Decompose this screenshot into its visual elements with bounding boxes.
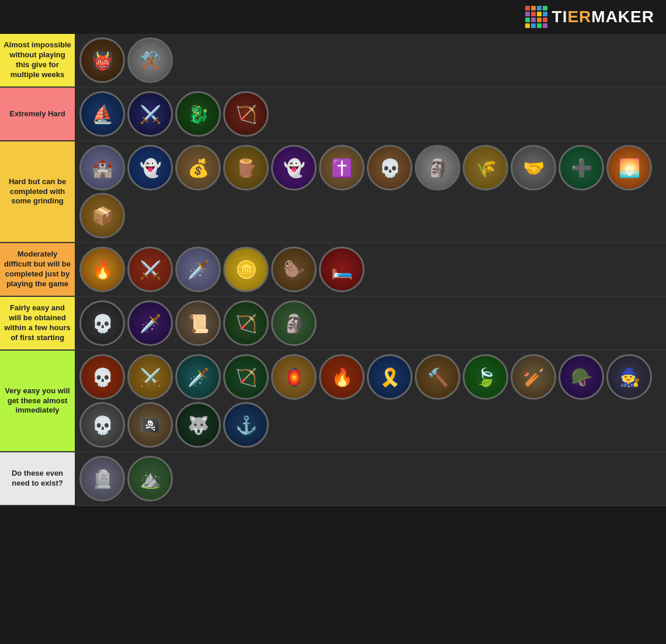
icon-ribbon[interactable]: 🎗️ xyxy=(367,354,412,400)
icon-blade[interactable]: 🗡️ xyxy=(175,247,221,292)
icon-soldiers[interactable]: ⚔️ xyxy=(127,247,173,292)
icon-beaver[interactable]: 🦫 xyxy=(271,247,317,292)
icon-lantern[interactable]: 🏮 xyxy=(271,354,317,400)
logo-grid-icon xyxy=(525,6,547,28)
tier-content-hard: 🏰👻💰🪵👻✝️💀🗿🌾🤝➕🌅📦 xyxy=(75,141,666,242)
icon-bag[interactable]: 💰 xyxy=(175,145,221,191)
tier-table: Almost impossible without playing this g… xyxy=(0,34,666,506)
tier-label-very-easy: Very easy you will get these almost imme… xyxy=(0,351,75,451)
icon-catapult[interactable]: 🏹 xyxy=(223,300,269,346)
tier-content-moderate: 🔥⚔️🗡️🪙🦫🛏️ xyxy=(75,243,666,296)
logo-text: TiERMAKER xyxy=(552,8,654,26)
icon-helm-purple[interactable]: 🪖 xyxy=(559,354,604,400)
icon-dark-figure[interactable]: 🧙 xyxy=(606,354,652,400)
icon-handshake[interactable]: 🤝 xyxy=(511,145,556,191)
tier-row-fairly-easy: Fairly easy and will be obtained within … xyxy=(0,297,666,351)
icon-teal-sword[interactable]: 🗡️ xyxy=(175,354,221,400)
icon-sunset[interactable]: 🌅 xyxy=(606,145,652,191)
icon-skulls[interactable]: 💀 xyxy=(79,300,125,346)
header: TiERMAKER xyxy=(0,0,666,34)
icon-coins[interactable]: 🪙 xyxy=(223,247,269,292)
icon-bed-flag[interactable]: 🛏️ xyxy=(319,247,365,292)
icon-bust[interactable]: 🗿 xyxy=(415,145,460,191)
icon-fire-man[interactable]: 🔥 xyxy=(79,247,125,292)
icon-swords[interactable]: ⚔️ xyxy=(127,91,173,137)
tier-row-hard: Hard but can be completed with some grin… xyxy=(0,141,666,243)
tier-row-impossible: Almost impossible without playing this g… xyxy=(0,34,666,88)
icon-dragon-claw[interactable]: 🐉 xyxy=(175,91,221,137)
icon-stonehenge[interactable]: 🗿 xyxy=(271,300,317,346)
icon-sword-purple[interactable]: 🗡️ xyxy=(127,300,173,346)
icon-mountain[interactable]: ⛰️ xyxy=(127,456,173,501)
tier-label-extremely-hard: Extremely Hard xyxy=(0,88,75,140)
icon-chest[interactable]: 📦 xyxy=(79,193,125,238)
tier-content-very-easy: 💀⚔️🗡️🏹🏮🔥🎗️🔨🍃🏏🪖🧙💀🏴‍☠️🐺⚓ xyxy=(75,351,666,451)
icon-wolf-forest[interactable]: 🐺 xyxy=(175,402,221,448)
icon-spirit[interactable]: 👻 xyxy=(271,145,317,191)
tier-content-do-these: 🪦⛰️ xyxy=(75,452,666,505)
tier-row-extremely-hard: Extremely Hard⛵⚔️🐉🏹 xyxy=(0,88,666,141)
icon-wheat[interactable]: 🌾 xyxy=(463,145,508,191)
icon-leaf[interactable]: 🍃 xyxy=(463,354,508,400)
tier-label-hard: Hard but can be completed with some grin… xyxy=(0,141,75,242)
icon-skull-brown[interactable]: 💀 xyxy=(367,145,412,191)
tier-content-impossible: 👹⚒️ xyxy=(75,34,666,86)
tier-label-do-these: Do these even need to exist? xyxy=(0,452,75,505)
icon-castle[interactable]: 🏰 xyxy=(79,145,125,191)
icon-green-arrow[interactable]: 🏹 xyxy=(223,354,269,400)
tier-row-moderate: Moderately difficult but will be complet… xyxy=(0,243,666,297)
icon-warrior[interactable]: 👹 xyxy=(79,37,125,83)
tier-label-fairly-easy: Fairly easy and will be obtained within … xyxy=(0,297,75,349)
tier-row-do-these: Do these even need to exist?🪦⛰️ xyxy=(0,452,666,506)
tier-content-fairly-easy: 💀🗡️📜🏹🗿 xyxy=(75,297,666,349)
icon-ghost-blue[interactable]: 👻 xyxy=(127,145,173,191)
icon-hammer[interactable]: 🔨 xyxy=(415,354,460,400)
icon-scroll[interactable]: 📜 xyxy=(175,300,221,346)
icon-arrow[interactable]: 🏹 xyxy=(223,91,269,137)
icon-flag-skull[interactable]: 🏴‍☠️ xyxy=(127,402,173,448)
logo: TiERMAKER xyxy=(525,6,654,28)
icon-crossed-swords[interactable]: ⚔️ xyxy=(127,354,173,400)
tier-content-extremely-hard: ⛵⚔️🐉🏹 xyxy=(75,88,666,140)
icon-skull-fire[interactable]: 💀 xyxy=(79,354,125,400)
icon-anvil[interactable]: ⚒️ xyxy=(127,37,173,83)
icon-cross-figure[interactable]: ✝️ xyxy=(319,145,365,191)
icon-flame-eye[interactable]: 🔥 xyxy=(319,354,365,400)
app-container: TiERMAKER Almost impossible without play… xyxy=(0,0,666,506)
tier-label-impossible: Almost impossible without playing this g… xyxy=(0,34,75,86)
tier-label-moderate: Moderately difficult but will be complet… xyxy=(0,243,75,296)
icon-tombstone[interactable]: 🪦 xyxy=(79,456,125,501)
tier-row-very-easy: Very easy you will get these almost imme… xyxy=(0,351,666,452)
icon-skeletons[interactable]: 💀 xyxy=(79,402,125,448)
icon-ship[interactable]: ⛵ xyxy=(79,91,125,137)
icon-anchor[interactable]: ⚓ xyxy=(223,402,269,448)
icon-mace[interactable]: 🏏 xyxy=(511,354,556,400)
icon-wood[interactable]: 🪵 xyxy=(223,145,269,191)
icon-plus-green[interactable]: ➕ xyxy=(559,145,604,191)
